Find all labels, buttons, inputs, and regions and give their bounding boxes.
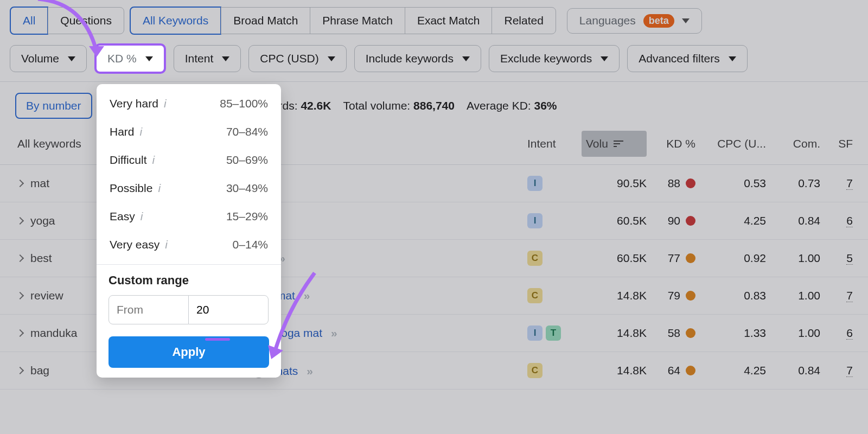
sf-cell: 7 [820,289,853,302]
beta-badge: beta [643,14,674,28]
chevron-right-icon [16,254,24,262]
kd-cell: 64 [647,364,695,377]
kd-dropdown: Very hardi 85–100% Hardi 70–84% Difficul… [97,84,281,378]
info-icon[interactable]: i [141,210,143,222]
kd-option[interactable]: Very hardi 85–100% [97,90,281,118]
volume-cell: 14.8K [582,289,647,302]
sf-cell: 6 [820,214,853,227]
kd-dot-icon [686,178,695,188]
annotation-underline [205,338,230,341]
kd-option-label: Possible [110,182,152,194]
cpc-cell: 0.53 [695,177,766,190]
cpc-cell: 4.25 [695,364,766,377]
by-number-chip[interactable]: By number [15,93,92,119]
chevron-down-icon [222,56,229,61]
chevron-down-icon [729,56,736,61]
com-cell: 0.84 [766,364,820,377]
kd-dot-icon [686,328,695,338]
col-kd[interactable]: KD % [647,137,695,150]
cpc-cell: 4.25 [695,214,766,227]
apply-button[interactable]: Apply [108,336,269,368]
kd-to-input[interactable] [188,295,269,324]
tab-related[interactable]: Related [492,7,556,34]
kd-option[interactable]: Very easyi 0–14% [97,231,281,259]
annotation-arrow-to-apply [266,271,331,377]
svg-marker-0 [89,46,104,57]
kd-from-input[interactable] [108,295,189,324]
kd-cell: 79 [647,289,695,302]
kd-option-range: 70–84% [226,125,268,138]
kd-option-range: 85–100% [220,97,268,110]
tab-phrase-match[interactable]: Phrase Match [310,7,405,34]
intent-badge-C: C [527,288,542,303]
volume-cell: 90.5K [582,177,647,190]
intent-badge-C: C [527,251,542,266]
kd-option[interactable]: Difficulti 50–69% [97,146,281,174]
cpc-cell: 0.83 [695,289,766,302]
filter-cpc[interactable]: CPC (USD) [248,45,347,72]
col-com[interactable]: Com. [766,137,820,150]
expand-icon[interactable]: » [331,327,339,339]
kd-dot-icon [686,291,695,301]
col-volume[interactable]: Volu [582,131,647,157]
intent-badge-I: I [527,326,542,341]
kd-option[interactable]: Easyi 15–29% [97,202,281,231]
kd-option-label: Easy [110,210,135,222]
intent-cell: I [527,213,582,228]
sf-cell: 5 [820,252,853,265]
filter-intent[interactable]: Intent [174,45,241,72]
chevron-right-icon [16,217,24,225]
sf-cell: 7 [820,177,853,190]
group-label: manduka [30,327,77,340]
kd-option-range: 15–29% [226,210,268,223]
chevron-down-icon [601,56,608,61]
intent-cell: C [527,363,582,378]
top-tabs: All Questions All Keywords Broad Match P… [0,0,868,39]
kd-dot-icon [686,253,695,263]
filter-exclude-keywords[interactable]: Exclude keywords [489,45,620,72]
kd-dot-icon [686,216,695,226]
intent-badge-C: C [527,363,542,378]
info-icon[interactable]: i [140,125,143,138]
info-icon[interactable]: i [158,182,161,194]
sf-cell: 7 [820,364,853,377]
annotation-arrow-to-kd [33,0,114,71]
kd-option-label: Hard [110,125,135,138]
col-cpc[interactable]: CPC (U... [695,137,766,150]
chevron-right-icon [16,292,24,299]
info-icon[interactable]: i [152,154,155,166]
sf-cell: 6 [820,327,853,340]
kd-dot-icon [686,366,695,375]
com-cell: 1.00 [766,252,820,265]
languages-dropdown[interactable]: Languages beta [567,8,702,34]
kd-option[interactable]: Possiblei 30–49% [97,174,281,202]
info-icon[interactable]: i [165,238,168,251]
tab-all-keywords[interactable]: All Keywords [130,7,221,35]
kd-option[interactable]: Hardi 70–84% [97,118,281,146]
kd-option-range: 30–49% [226,182,268,195]
custom-range-label: Custom range [108,273,189,287]
group-label: yoga [30,214,55,227]
kd-option-range: 50–69% [226,154,268,167]
chevron-right-icon [16,180,24,187]
volume-cell: 60.5K [582,252,647,265]
languages-label: Languages [579,14,636,27]
intent-cell: I [527,176,582,191]
tab-exact-match[interactable]: Exact Match [405,7,493,34]
volume-cell: 14.8K [582,364,647,377]
intent-badge-I: I [527,213,542,228]
group-label: best [30,252,52,265]
filter-include-keywords[interactable]: Include keywords [354,45,481,72]
col-sf[interactable]: SF [820,137,853,150]
tab-broad-match[interactable]: Broad Match [221,7,310,34]
com-cell: 0.73 [766,177,820,190]
col-intent[interactable]: Intent [527,137,582,150]
filter-advanced[interactable]: Advanced filters [627,45,747,72]
group-label: mat [30,177,49,190]
cpc-cell: 0.92 [695,252,766,265]
cpc-cell: 1.33 [695,327,766,340]
kd-cell: 77 [647,252,695,265]
com-cell: 0.84 [766,214,820,227]
group-label: bag [30,364,49,377]
info-icon[interactable]: i [164,97,167,110]
